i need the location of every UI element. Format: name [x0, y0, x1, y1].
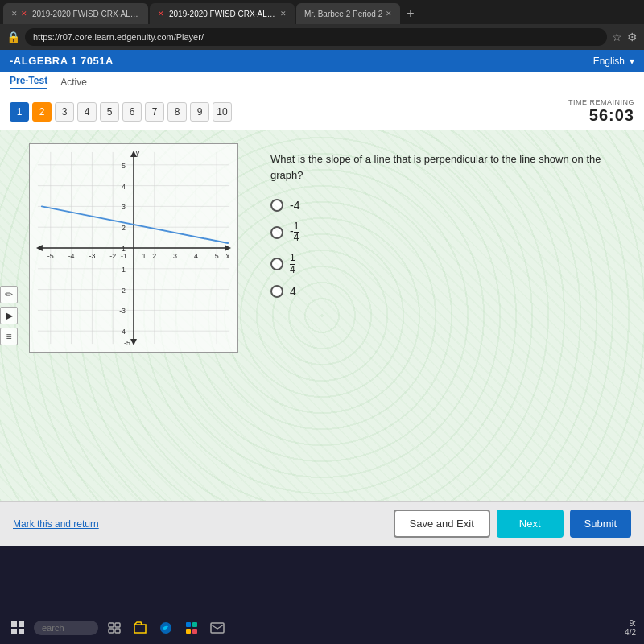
graph-area: -5 -4 -3 -2 -1 1 2 3 4 5 x 5 4 3 2 1 -1 …	[29, 143, 254, 488]
svg-text:-2: -2	[119, 287, 126, 295]
svg-text:-5: -5	[47, 252, 54, 260]
app-header: -ALGEBRA 1 7051A English ▾	[0, 50, 644, 72]
left-tools: ✏ ▶ ≡	[0, 286, 18, 345]
svg-text:-4: -4	[68, 252, 75, 260]
save-exit-button[interactable]: Save and Exit	[394, 510, 490, 538]
svg-rect-57	[192, 622, 197, 627]
option-label-1: -4	[290, 199, 299, 212]
q-num-1[interactable]: 1	[10, 102, 29, 122]
svg-text:-5: -5	[124, 339, 130, 347]
q-num-4[interactable]: 4	[77, 102, 97, 122]
svg-marker-23	[36, 245, 43, 251]
svg-text:4: 4	[122, 183, 126, 191]
options-list: -4 - 1 4 1 4	[270, 199, 631, 298]
bottom-bar: Mark this and return Save and Exit Next …	[0, 501, 644, 546]
tool-expand[interactable]: ▶	[0, 307, 18, 324]
q-num-2[interactable]: 2	[32, 102, 52, 122]
new-tab-button[interactable]: +	[402, 6, 419, 21]
tab-1[interactable]: ✕ ✕ 2019-2020 FWISD CRX·ALGEBRA	[3, 3, 148, 24]
svg-text:y: y	[136, 149, 140, 157]
mark-return-link[interactable]: Mark this and return	[13, 518, 99, 530]
q-num-10[interactable]: 10	[213, 102, 232, 122]
mail-icon[interactable]	[208, 618, 227, 638]
tool-menu[interactable]: ≡	[0, 328, 18, 345]
svg-text:1: 1	[122, 245, 126, 253]
lang-chevron-icon[interactable]: ▾	[630, 56, 634, 67]
svg-text:-2: -2	[109, 252, 116, 260]
url-box[interactable]: https://r07.core.learn.edgenuity.com/Pla…	[25, 28, 607, 46]
radio-1[interactable]	[270, 199, 283, 212]
file-manager-icon[interactable]	[130, 618, 150, 638]
q-num-3[interactable]: 3	[55, 102, 74, 122]
svg-text:-4: -4	[119, 328, 126, 336]
svg-rect-50	[19, 629, 24, 634]
windows-store-icon[interactable]	[182, 618, 201, 638]
taskbar-search-input[interactable]	[34, 621, 98, 635]
svg-rect-52	[115, 623, 120, 627]
svg-rect-60	[211, 623, 224, 633]
radio-2[interactable]	[270, 226, 283, 239]
tab-1-icon: ✕	[21, 10, 27, 18]
header-right: English ▾	[593, 56, 634, 67]
app-title: -ALGEBRA 1 7051A	[10, 55, 114, 67]
svg-text:4: 4	[194, 252, 198, 260]
option-label-4: 4	[290, 285, 296, 298]
svg-line-46	[42, 206, 228, 243]
svg-text:2: 2	[152, 252, 156, 260]
tab-2-close[interactable]: ✕	[280, 10, 287, 18]
svg-rect-59	[192, 629, 197, 634]
svg-rect-48	[19, 621, 24, 627]
svg-marker-22	[130, 339, 137, 345]
q-num-9[interactable]: 9	[190, 102, 209, 122]
tab-1-close[interactable]: ✕	[11, 10, 18, 18]
svg-rect-54	[115, 629, 120, 633]
tab-3-close[interactable]: ✕	[386, 10, 392, 18]
fraction-neg-1-4: 1 4	[294, 221, 299, 243]
fraction-1-4: 1 4	[290, 253, 295, 275]
url-text: https://r07.core.learn.edgenuity.com/Pla…	[33, 32, 204, 42]
option-label-3: 1 4	[290, 253, 295, 275]
main-content: ✏ ▶ ≡	[0, 130, 644, 501]
tab-1-label: 2019-2020 FWISD CRX·ALGEBRA	[32, 10, 140, 19]
submit-button[interactable]: Submit	[570, 510, 631, 538]
svg-text:-1: -1	[119, 266, 126, 274]
svg-rect-58	[186, 629, 191, 634]
radio-3[interactable]	[270, 258, 283, 270]
active-label: Active	[60, 76, 87, 88]
tab-bar: ✕ ✕ 2019-2020 FWISD CRX·ALGEBRA ✕ 2019-2…	[0, 0, 644, 24]
option-row-4[interactable]: 4	[270, 285, 631, 298]
browser-chrome: ✕ ✕ 2019-2020 FWISD CRX·ALGEBRA ✕ 2019-2…	[0, 0, 644, 50]
next-button[interactable]: Next	[497, 510, 564, 538]
q-num-5[interactable]: 5	[100, 102, 119, 122]
tab-3[interactable]: Mr. Barbee 2 Period 2 ✕	[296, 3, 400, 24]
option-row-1[interactable]: -4	[270, 199, 631, 212]
question-nav: 1 2 3 4 5 6 7 8 9 10 TIME REMAINING 56:0…	[0, 93, 644, 130]
question-numbers: 1 2 3 4 5 6 7 8 9 10	[10, 102, 232, 122]
pretest-label: Pre-Test	[10, 75, 47, 89]
q-num-8[interactable]: 8	[167, 102, 187, 122]
question-area: What is the slope of a line that is perp…	[270, 143, 631, 488]
svg-text:-3: -3	[89, 252, 95, 260]
action-buttons: Save and Exit Next Submit	[394, 510, 631, 538]
start-button[interactable]	[8, 618, 27, 638]
tab-2[interactable]: ✕ 2019-2020 FWISD CRX·ALGEBRA ✕	[150, 3, 295, 24]
settings-icon[interactable]: ⚙	[627, 31, 638, 43]
task-view-icon[interactable]	[105, 618, 124, 638]
q-num-6[interactable]: 6	[122, 102, 142, 122]
star-icon[interactable]: ☆	[612, 31, 622, 43]
edge-browser-icon[interactable]	[156, 618, 175, 638]
svg-text:3: 3	[122, 203, 126, 211]
option-row-2[interactable]: - 1 4	[270, 221, 631, 243]
option-row-3[interactable]: 1 4	[270, 253, 631, 275]
q-num-7[interactable]: 7	[145, 102, 164, 122]
graph-svg: -5 -4 -3 -2 -1 1 2 3 4 5 x 5 4 3 2 1 -1 …	[30, 144, 237, 352]
taskbar: 9: 4/2	[0, 612, 644, 644]
radio-4[interactable]	[270, 285, 283, 298]
taskbar-time: 9: 4/2	[625, 619, 636, 637]
svg-rect-47	[11, 621, 17, 627]
sub-header: Pre-Test Active	[0, 72, 644, 93]
graph-canvas: -5 -4 -3 -2 -1 1 2 3 4 5 x 5 4 3 2 1 -1 …	[29, 143, 238, 353]
svg-text:-1: -1	[121, 252, 127, 260]
tool-pencil[interactable]: ✏	[0, 286, 18, 303]
svg-marker-21	[225, 245, 231, 251]
